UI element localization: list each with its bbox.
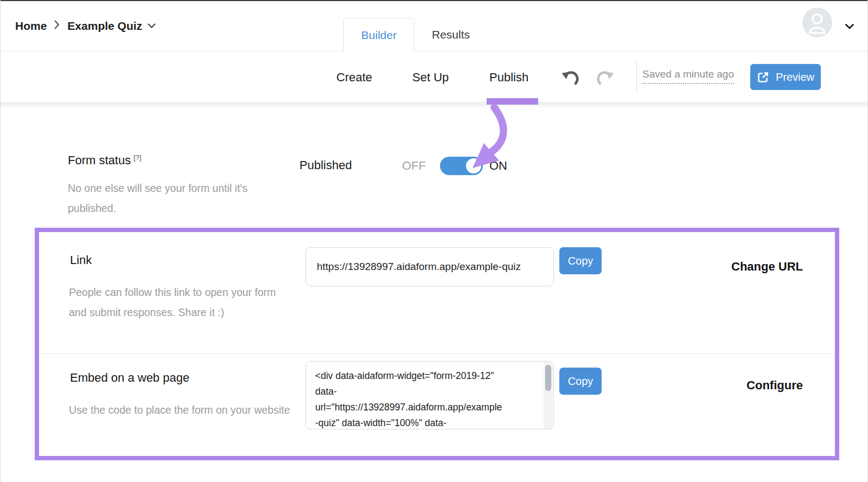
preview-button-label: Preview [776, 71, 814, 83]
change-url-button[interactable]: Change URL [731, 260, 803, 274]
toggle-knob [466, 158, 481, 173]
embed-section-title: Embed on a web page [70, 371, 189, 385]
publish-tab-active-underline [487, 98, 538, 105]
copy-link-button[interactable]: Copy [559, 247, 602, 274]
published-toggle[interactable] [440, 157, 483, 175]
toolbar-shadow [1, 103, 868, 108]
breadcrumb: Home Example Quiz [15, 0, 156, 52]
embed-scrollbar-track [544, 362, 553, 429]
screenshot-top-border [1, 0, 868, 1]
form-status-title-text: Form status [68, 153, 131, 167]
form-url-input[interactable] [305, 247, 554, 286]
redo-icon [596, 69, 614, 86]
link-section-description: People can follow this link to open your… [69, 282, 286, 323]
builder-toolbar: Create Set Up Publish Saved a minute ago… [1, 52, 868, 102]
external-link-icon [757, 71, 769, 83]
toolbar-divider [636, 61, 637, 93]
embed-code-textarea[interactable]: <div data-aidaform-widget="form-2019-12"… [305, 361, 554, 429]
tab-publish[interactable]: Publish [489, 52, 528, 102]
tab-results[interactable]: Results [421, 18, 481, 52]
configure-button[interactable]: Configure [746, 378, 803, 393]
tab-create[interactable]: Create [336, 52, 372, 102]
chevron-down-icon [148, 23, 156, 28]
tab-set-up[interactable]: Set Up [412, 52, 449, 102]
undo-icon [561, 69, 580, 86]
published-label: Published [299, 158, 352, 172]
toggle-off-label: OFF [402, 159, 426, 173]
toggle-on-label: ON [489, 159, 507, 173]
chevron-right-icon [54, 20, 60, 31]
section-divider [39, 354, 835, 354]
save-status-text[interactable]: Saved a minute ago [642, 68, 734, 84]
header: Home Example Quiz Builder Results [1, 0, 868, 52]
embed-scrollbar-thumb[interactable] [545, 365, 551, 391]
user-icon [802, 8, 832, 37]
breadcrumb-current-form[interactable]: Example Quiz [67, 20, 156, 33]
redo-button[interactable] [595, 68, 615, 87]
breadcrumb-current-label: Example Quiz [67, 20, 142, 33]
annotation-highlight-box: Link People can follow this link to open… [35, 228, 839, 460]
account-chevron-down-icon[interactable] [845, 22, 854, 31]
tab-builder[interactable]: Builder [343, 18, 414, 52]
preview-button[interactable]: Preview [750, 64, 821, 90]
help-icon[interactable]: [?] [133, 153, 141, 162]
form-status-title: Form status[?] [68, 153, 142, 168]
embed-section-description: Use the code to place the form on your w… [69, 400, 291, 420]
copy-embed-button[interactable]: Copy [559, 368, 602, 395]
avatar[interactable] [802, 8, 832, 37]
link-section-title: Link [70, 253, 92, 267]
undo-button[interactable] [561, 68, 580, 87]
breadcrumb-home[interactable]: Home [15, 20, 47, 33]
form-status-description: No one else will see your form until it'… [68, 178, 285, 218]
